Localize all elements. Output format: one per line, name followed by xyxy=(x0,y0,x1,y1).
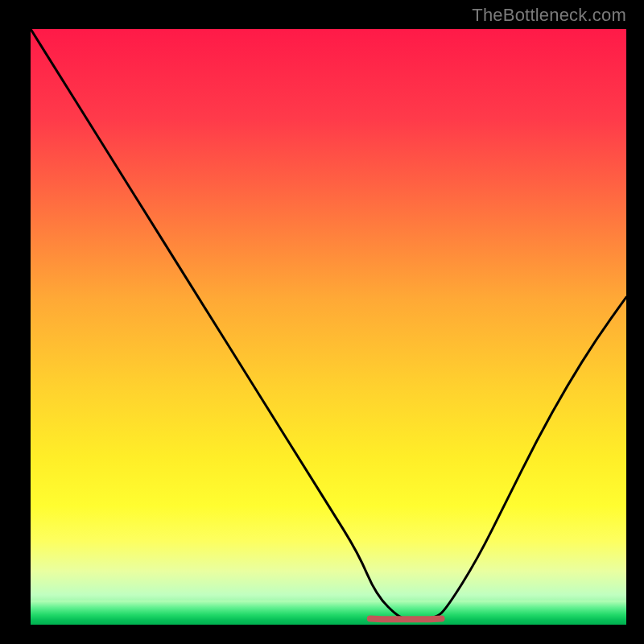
chart-svg xyxy=(31,29,626,625)
chart-frame: TheBottleneck.com xyxy=(0,0,644,644)
plot-area xyxy=(31,29,626,625)
optimal-flat-marker xyxy=(370,619,442,620)
bottleneck-curve xyxy=(31,29,626,619)
watermark-text: TheBottleneck.com xyxy=(472,5,626,26)
